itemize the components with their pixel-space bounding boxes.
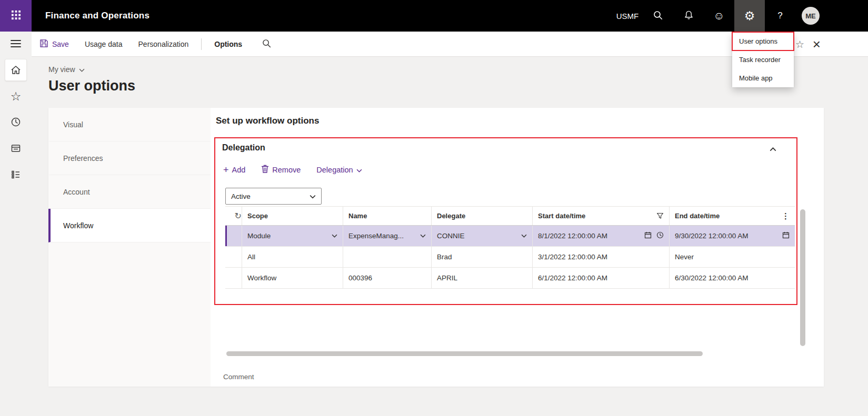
chevron-up-icon xyxy=(770,145,776,153)
workspace-window-icon xyxy=(11,143,21,155)
chevron-down-icon[interactable] xyxy=(420,234,426,238)
column-header-name[interactable]: Name xyxy=(343,207,432,225)
remove-label: Remove xyxy=(272,166,301,174)
personalization-tab[interactable]: Personalization xyxy=(138,40,189,48)
scope-cell[interactable]: Module xyxy=(242,226,343,246)
action-search-button[interactable] xyxy=(262,39,271,49)
favorites-star-button[interactable]: ☆ xyxy=(795,38,804,50)
plus-icon: + xyxy=(223,165,229,175)
more-options-icon[interactable]: ⋮ xyxy=(782,211,790,221)
add-button[interactable]: + Add xyxy=(223,165,245,175)
column-header-delegate[interactable]: Delegate xyxy=(432,207,533,225)
gear-icon: ⚙ xyxy=(744,9,755,23)
nav-rail: ☆ xyxy=(0,32,32,416)
global-search-button[interactable] xyxy=(643,0,673,32)
scope-cell[interactable]: Workflow xyxy=(242,268,343,288)
app-launcher-button[interactable] xyxy=(0,0,32,32)
menu-item-task-recorder[interactable]: Task recorder xyxy=(732,50,794,69)
delegation-menu-label: Delegation xyxy=(316,166,353,174)
vertical-scrollbar[interactable] xyxy=(800,209,805,346)
nav-workspaces-button[interactable] xyxy=(0,136,32,162)
app-title: Finance and Operations xyxy=(45,11,149,21)
feedback-button[interactable]: ☺ xyxy=(704,0,734,32)
search-icon xyxy=(653,11,663,22)
column-header-start[interactable]: Start date/time xyxy=(533,207,670,225)
scope-cell[interactable]: All xyxy=(242,247,343,267)
vertical-tab-list: Visual Preferences Account Workflow xyxy=(48,108,211,387)
status-filter-combobox[interactable]: Active xyxy=(225,188,322,205)
remove-button[interactable]: Remove xyxy=(261,165,301,175)
delegate-cell[interactable]: APRIL xyxy=(432,268,533,288)
tab-account[interactable]: Account xyxy=(48,175,211,209)
user-avatar-button[interactable]: ME xyxy=(795,0,826,32)
row-select-cell[interactable] xyxy=(225,247,242,267)
delegation-menu-button[interactable]: Delegation xyxy=(316,166,362,174)
row-select-cell[interactable] xyxy=(225,226,242,246)
nav-home-button[interactable] xyxy=(0,57,32,83)
calendar-icon[interactable] xyxy=(644,231,652,240)
table-row[interactable]: Workflow 000396 APRIL 6/1/2022 12:00:00 … xyxy=(225,268,795,289)
usage-data-tab[interactable]: Usage data xyxy=(85,40,123,48)
help-icon: ? xyxy=(777,11,782,21)
refresh-icon[interactable]: ↻ xyxy=(235,211,242,221)
table-row[interactable]: All Brad 3/1/2022 12:00:00 AM Never xyxy=(225,247,795,268)
status-filter-value: Active xyxy=(231,192,251,200)
nav-recent-button[interactable] xyxy=(0,109,32,136)
company-picker-button[interactable]: USMF xyxy=(612,0,643,32)
tab-preferences[interactable]: Preferences xyxy=(48,141,211,175)
options-tab[interactable]: Options xyxy=(214,40,242,48)
menu-item-mobile-app[interactable]: Mobile app xyxy=(732,69,794,87)
calendar-icon[interactable] xyxy=(782,231,790,240)
menu-item-user-options[interactable]: User options xyxy=(732,32,794,50)
chevron-down-icon xyxy=(79,65,85,74)
hamburger-icon xyxy=(11,39,21,49)
name-cell[interactable] xyxy=(343,247,432,267)
chevron-down-icon xyxy=(310,192,316,200)
start-datetime-cell[interactable]: 3/1/2022 12:00:00 AM xyxy=(533,247,670,267)
home-icon xyxy=(5,59,27,81)
search-icon xyxy=(262,39,271,49)
start-datetime-cell[interactable]: 8/1/2022 12:00:00 AM xyxy=(533,226,670,246)
save-label: Save xyxy=(52,40,69,48)
section-collapse-button[interactable] xyxy=(767,143,779,155)
modules-list-icon xyxy=(11,169,21,181)
close-icon: × xyxy=(813,36,821,52)
view-selector[interactable]: My view xyxy=(48,65,85,74)
nav-favorites-button[interactable]: ☆ xyxy=(0,83,32,109)
trash-icon xyxy=(261,165,269,175)
column-header-end[interactable]: End date/time ⋮ xyxy=(670,207,795,225)
help-button[interactable]: ? xyxy=(765,0,795,32)
end-datetime-cell[interactable]: 9/30/2022 12:00:00 AM xyxy=(670,226,795,246)
horizontal-scrollbar[interactable] xyxy=(226,351,703,356)
nav-modules-button[interactable] xyxy=(0,162,32,188)
chevron-down-icon[interactable] xyxy=(521,234,527,238)
comment-field-label: Comment xyxy=(223,373,254,381)
delegate-cell[interactable]: CONNIE xyxy=(432,226,533,246)
settings-gear-button[interactable]: ⚙ xyxy=(734,0,765,32)
tab-visual[interactable]: Visual xyxy=(48,108,211,141)
waffle-icon xyxy=(11,10,21,22)
name-cell[interactable]: 000396 xyxy=(343,268,432,288)
delegation-toolbar: + Add Remove Delegation xyxy=(223,165,362,175)
clock-icon[interactable] xyxy=(656,231,664,240)
top-navigation-bar: Finance and Operations USMF ☺ ⚙ ? xyxy=(0,0,868,32)
notifications-button[interactable] xyxy=(673,0,704,32)
end-datetime-cell[interactable]: 6/30/2022 12:00:00 AM xyxy=(670,268,795,288)
star-icon: ☆ xyxy=(11,90,22,103)
end-datetime-cell[interactable]: Never xyxy=(670,247,795,267)
row-select-cell[interactable] xyxy=(225,268,242,288)
delegation-section-title: Delegation xyxy=(222,143,265,153)
table-row[interactable]: Module ExpenseManag... CONNIE 8/1/2022 1… xyxy=(225,226,795,247)
name-cell[interactable]: ExpenseManag... xyxy=(343,226,432,246)
filter-icon[interactable] xyxy=(656,212,664,219)
save-icon xyxy=(39,39,48,49)
start-datetime-cell[interactable]: 6/1/2022 12:00:00 AM xyxy=(533,268,670,288)
nav-menu-toggle-button[interactable] xyxy=(0,32,32,57)
smiley-icon: ☺ xyxy=(713,9,724,22)
close-page-button[interactable]: × xyxy=(813,37,821,51)
column-header-scope[interactable]: Scope xyxy=(242,207,343,225)
chevron-down-icon[interactable] xyxy=(332,234,337,238)
save-button[interactable]: Save xyxy=(39,39,69,49)
tab-workflow[interactable]: Workflow xyxy=(48,209,211,242)
delegate-cell[interactable]: Brad xyxy=(432,247,533,267)
